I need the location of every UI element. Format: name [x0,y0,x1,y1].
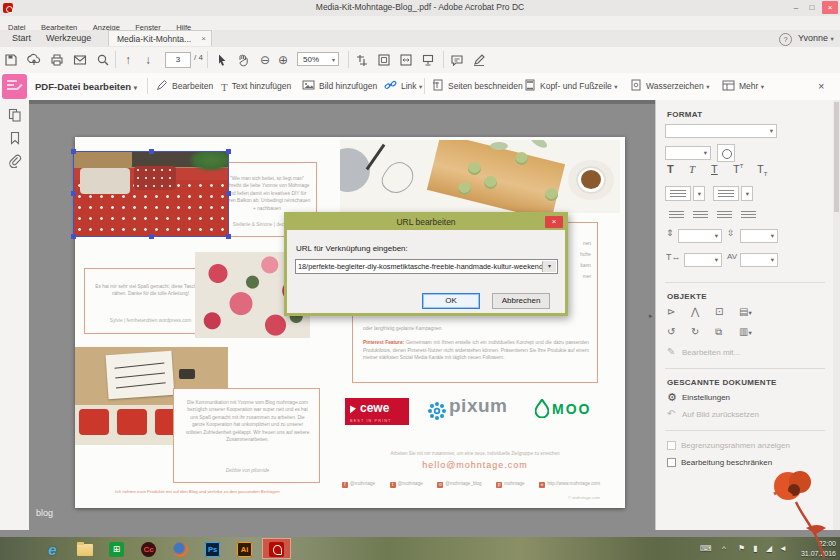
tab-close-icon[interactable]: × [201,31,206,47]
cancel-button[interactable]: Abbrechen [492,293,550,309]
image-baking-scene[interactable] [340,140,620,213]
dialog-title[interactable]: URL bearbeiten [287,215,565,230]
numbered-list-button[interactable] [713,186,739,201]
tab-werkzeuge[interactable]: Werkzeuge [46,30,91,47]
url-input[interactable] [298,261,542,272]
taskbar-creative-cloud[interactable]: Cc [134,538,163,559]
zoom-in-icon[interactable]: ⊕ [276,53,290,67]
taskbar-internet-explorer[interactable]: e [38,538,67,559]
maximize-button[interactable]: □ [804,1,820,14]
comment-icon[interactable] [450,53,464,67]
font-size-select[interactable]: ▾ [665,146,711,160]
selection-handle[interactable] [71,234,76,239]
settings-item[interactable]: Einstellungen [682,393,730,402]
flip-vertical-icon[interactable]: ⋀ [691,306,699,317]
social-pinterest[interactable]: pmohntage [496,481,524,488]
header-footer-button[interactable]: Kopf- und Fußzeile ▾ [524,73,617,102]
arrange-objects-icon[interactable]: ▥▾ [739,326,752,337]
tab-start[interactable]: Start [12,30,31,47]
cloud-upload-icon[interactable] [27,53,41,67]
italic-button[interactable]: T [689,163,695,175]
flip-horizontal-icon[interactable]: ⊳ [667,306,675,317]
font-family-select[interactable]: ▾ [665,124,777,138]
tray-action-center-icon[interactable]: ⚑ [738,537,745,560]
align-left-button[interactable] [669,211,684,220]
tool-title[interactable]: PDF-Datei bearbeiten ▾ [35,73,137,101]
search-icon[interactable] [96,53,110,67]
social-twitter[interactable]: t@mohntage [390,481,423,488]
tray-battery-icon[interactable]: ▮ [753,537,757,560]
bounding-box-checkbox[interactable] [667,441,676,450]
add-image-button[interactable]: Bild hinzufügen [302,73,377,102]
help-icon[interactable]: ? [779,33,792,46]
print-icon[interactable] [50,53,64,67]
hand-pan-icon[interactable] [236,53,250,67]
selection-handle[interactable] [226,234,231,239]
selection-handle[interactable] [226,191,231,196]
close-tool-icon[interactable]: × [818,73,824,100]
contact-email[interactable]: hello@mohntage.com [352,460,598,470]
pencil-sign-icon[interactable] [472,53,486,67]
page-thumbnails-icon[interactable] [8,108,22,122]
minimize-button[interactable]: – [788,1,804,14]
selection-handle[interactable] [149,234,154,239]
select-cursor-icon[interactable] [215,53,229,67]
font-color-button[interactable] [717,144,735,162]
combobox-arrow-icon[interactable]: ▾ [542,261,556,272]
replace-image-icon[interactable]: ⧉ [715,326,722,338]
close-button[interactable]: × [822,1,838,14]
zoom-out-icon[interactable]: ⊖ [258,53,272,67]
tray-show-hidden-icon[interactable]: ^ [722,537,726,560]
bullet-list-button[interactable] [665,186,691,201]
page-number-input[interactable]: 3 [165,52,191,68]
selected-image-bedding[interactable] [73,151,229,237]
subscript-button[interactable]: TT [757,163,767,177]
taskbar-acrobat-active[interactable] [262,538,291,559]
underline-button[interactable]: T [711,163,718,175]
link-button[interactable]: Link ▾ [384,73,422,102]
reading-mode-icon[interactable] [421,53,435,67]
panel-scrollbar-thumb[interactable] [834,102,839,212]
edit-with-item[interactable]: Bearbeiten mit... [682,348,740,357]
align-objects-icon[interactable]: ▤▾ [739,306,752,317]
taskbar-firefox[interactable] [166,538,195,559]
zoom-level-select[interactable]: 50% ▾ [297,52,339,66]
crop-object-icon[interactable]: ⊡ [715,306,723,317]
char-spacing-select[interactable]: ▾ [740,253,778,267]
horizontal-scale-select[interactable]: ▾ [684,253,722,267]
quote3-frame[interactable]: Die Kommunikation mit Yvonne vom Blog mo… [173,388,320,483]
save-icon[interactable] [4,53,18,67]
revert-item[interactable]: Auf Bild zurücksetzen [682,410,759,419]
social-rss[interactable]: »http://www.mohntage.com [539,481,600,488]
dialog-close-icon[interactable]: × [545,216,563,228]
align-justify-button[interactable] [741,211,756,220]
social-facebook[interactable]: f@mohntage [342,481,375,488]
line-spacing-select[interactable]: ▾ [678,229,722,243]
taskbar-photoshop[interactable]: Ps [198,538,227,559]
paragraph-spacing-select[interactable]: ▾ [740,229,778,243]
start-button[interactable] [6,538,35,559]
bullet-list-dropdown[interactable]: ▾ [693,186,705,201]
rotate-cw-icon[interactable]: ↻ [691,326,699,337]
page-up-icon[interactable]: ↑ [121,53,135,67]
url-combobox[interactable]: ▾ [295,259,558,274]
align-center-button[interactable] [693,211,708,220]
taskbar-illustrator[interactable]: Ai [230,538,259,559]
selection-handle[interactable] [149,149,154,154]
edit-button[interactable]: Bearbeiten [156,73,213,102]
add-text-button[interactable]: TText hinzufügen [221,73,291,101]
page-down-icon[interactable]: ↓ [141,53,155,67]
pdf-page[interactable]: "Wie man sich bettet, so liegt man" schr… [75,137,625,508]
social-instagram[interactable]: ⊙@mohntage_blog [437,481,481,488]
restrict-editing-checkbox[interactable] [667,458,676,467]
more-button[interactable]: Mehr ▾ [722,73,764,102]
panel-collapse-icon[interactable]: ▸ [649,312,653,320]
tab-document[interactable]: Media-Kit-Mohnta... × [108,30,212,46]
tray-keyboard-icon[interactable]: ⌨ [700,537,712,560]
rotate-ccw-icon[interactable]: ↺ [667,326,675,337]
selection-handle[interactable] [71,191,76,196]
fit-page-icon[interactable] [377,53,391,67]
watermark-button[interactable]: Wasserzeichen ▾ [630,73,709,102]
email-icon[interactable] [73,53,87,67]
taskbar-file-explorer[interactable] [70,538,99,559]
